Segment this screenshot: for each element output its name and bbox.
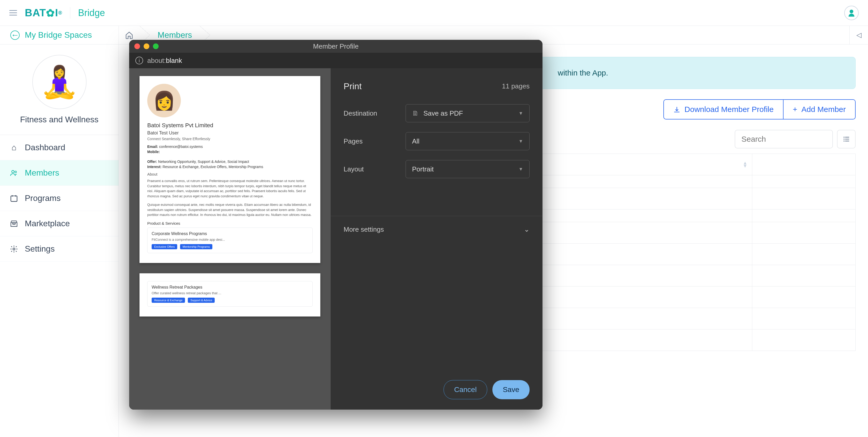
brand-sublabel[interactable]: Bridge (78, 7, 105, 18)
download-icon (673, 105, 680, 114)
settings-icon (9, 245, 19, 253)
url-bar: i about:blank (129, 53, 542, 68)
cancel-button[interactable]: Cancel (443, 380, 487, 399)
svg-point-1 (11, 170, 14, 173)
table-header-actions (752, 154, 856, 175)
chevron-down-icon: ⌄ (524, 226, 530, 233)
close-dot[interactable] (134, 43, 140, 49)
dialog-actions: Cancel Save (331, 370, 542, 410)
about-p1: Praesent a convallis eros, ut rutrum sem… (147, 178, 313, 199)
ps-heading: Product & Services (147, 221, 313, 226)
preview-page-2: Wellness Retreat Packages Offer curated … (140, 273, 320, 317)
print-title: Print (344, 81, 362, 91)
chevron-down-icon: ▼ (519, 167, 523, 172)
svg-point-0 (850, 9, 853, 13)
profile-email: Email: conference@batoi.systems (147, 145, 313, 149)
page-count: 11 pages (502, 82, 530, 90)
save-button[interactable]: Save (492, 380, 530, 399)
traffic-lights[interactable] (134, 43, 159, 49)
svg-point-2 (15, 171, 17, 173)
profile-mobile: Mobile: (147, 150, 313, 154)
preview-page-1: 👩 Batoi Systems Pvt Limited Batoi Test U… (140, 76, 320, 263)
more-settings-toggle[interactable]: More settings ⌄ (331, 216, 542, 243)
back-label: My Bridge Spaces (25, 30, 92, 40)
download-member-profile-button[interactable]: Download Member Profile (663, 99, 783, 119)
sidebar: 🧘‍♀️ Fitness and Wellness ⌂ Dashboard Me… (0, 45, 119, 437)
collapse-toggle[interactable]: ◁ (849, 26, 868, 44)
info-icon[interactable]: i (135, 57, 143, 64)
chevron-down-icon: ▼ (519, 139, 523, 144)
chevron-down-icon: ▼ (519, 111, 523, 116)
print-body: 👩 Batoi Systems Pvt Limited Batoi Test U… (129, 68, 542, 410)
sidebar-item-members[interactable]: Members (0, 160, 119, 186)
about-p2: Quisque euismod consequat ante, nec moll… (147, 202, 313, 217)
home-icon (125, 31, 133, 39)
members-icon (9, 169, 19, 177)
brand-logo[interactable]: BAT✿I® (25, 7, 62, 19)
breadcrumb-current[interactable]: Members (150, 30, 200, 40)
about-heading: About (147, 172, 313, 176)
space-icon: 🧘‍♀️ (32, 55, 87, 109)
layout-select[interactable]: Portrait ▼ (406, 160, 530, 178)
back-link[interactable]: ← My Bridge Spaces (0, 26, 119, 44)
plus-icon: + (793, 105, 798, 114)
search-input[interactable] (735, 130, 833, 148)
profile-company: Batoi Systems Pvt Limited (147, 122, 313, 129)
list-icon (842, 135, 850, 143)
hamburger-icon[interactable] (9, 10, 17, 16)
ps-card-2: Wellness Retreat Packages Offer curated … (147, 281, 313, 307)
dashboard-icon: ⌂ (9, 143, 19, 152)
svg-rect-3 (11, 196, 17, 201)
marketplace-icon (9, 220, 19, 228)
minimize-dot[interactable] (144, 43, 149, 49)
destination-row: Destination 🗎 Save as PDF ▼ (344, 104, 530, 122)
space-name: Fitness and Wellness (20, 115, 99, 124)
list-view-toggle[interactable] (837, 130, 856, 148)
sidebar-item-settings[interactable]: Settings (0, 236, 119, 262)
user-icon (847, 8, 856, 17)
top-bar: BAT✿I® Bridge (0, 0, 868, 26)
sort-icon[interactable]: ▲▼ (743, 162, 747, 168)
document-icon: 🗎 (412, 109, 419, 117)
sidebar-item-programs[interactable]: Programs (0, 186, 119, 211)
destination-select[interactable]: 🗎 Save as PDF ▼ (406, 104, 530, 122)
print-settings-pane: Print 11 pages Destination 🗎 Save as PDF… (331, 68, 542, 410)
programs-icon (9, 194, 19, 202)
sidebar-item-marketplace[interactable]: Marketplace (0, 211, 119, 236)
ps-card-1: Corporate Wellness Programs FitConnect i… (147, 228, 313, 253)
print-dialog-window: Member Profile i about:blank 👩 Batoi Sys… (129, 40, 542, 410)
profile-avatar: 👩 (147, 84, 181, 117)
svg-point-4 (13, 248, 15, 250)
url-text: about:blank (147, 57, 182, 65)
maximize-dot[interactable] (153, 43, 159, 49)
print-header: Print 11 pages (344, 81, 530, 91)
sidebar-item-dashboard[interactable]: ⌂ Dashboard (0, 135, 119, 160)
layout-row: Layout Portrait ▼ (344, 160, 530, 178)
pages-select[interactable]: All ▼ (406, 132, 530, 150)
pages-row: Pages All ▼ (344, 132, 530, 150)
user-avatar[interactable] (844, 6, 859, 20)
divider (70, 7, 70, 19)
profile-offer: Offer: Networking Opportunity, Support &… (147, 159, 313, 164)
profile-tagline: Connect Seamlessly, Share Effortlessly (147, 137, 313, 141)
back-arrow-icon: ← (10, 30, 20, 40)
space-header: 🧘‍♀️ Fitness and Wellness (0, 45, 119, 135)
window-titlebar: Member Profile (129, 40, 542, 53)
print-preview-pane[interactable]: 👩 Batoi Systems Pvt Limited Batoi Test U… (129, 68, 331, 410)
profile-user: Batoi Test User (147, 130, 313, 136)
profile-interest: Interest: Resource & Exchange, Exclusive… (147, 165, 313, 169)
add-member-button[interactable]: + Add Member (783, 99, 856, 119)
window-title: Member Profile (313, 42, 359, 51)
